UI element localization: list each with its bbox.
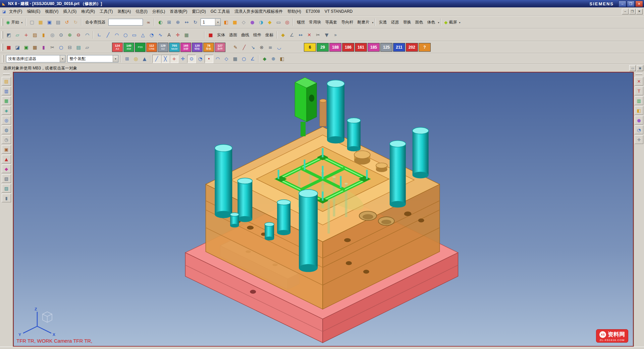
snap-existing-point-icon[interactable]: • bbox=[205, 55, 213, 63]
steel-chip-140-45[interactable]: 140 45# bbox=[123, 43, 134, 52]
toolbar-text-button[interactable]: 等高套 bbox=[323, 18, 339, 26]
datum-csys-icon[interactable]: + bbox=[22, 31, 31, 39]
steel-chip-70s[interactable]: 70S MoW bbox=[169, 43, 180, 52]
redo-icon[interactable]: ↻ bbox=[71, 18, 80, 27]
snap-bounded-grid-icon[interactable]: ▦ bbox=[231, 55, 239, 63]
steel-chip-129-d2[interactable]: 129 D2 bbox=[158, 43, 168, 52]
toolbar-grip[interactable] bbox=[1, 18, 3, 26]
menu-item[interactable]: 工具(T) bbox=[97, 8, 115, 15]
render-spheres-icon[interactable]: ● bbox=[635, 116, 643, 124]
steel-chip-p20[interactable]: P20 bbox=[135, 43, 146, 52]
steel-chip-112-crb[interactable]: 112 CRB bbox=[146, 43, 157, 52]
wcs-icon[interactable]: ⊕ bbox=[269, 55, 278, 63]
solid-body-filter-icon[interactable]: ■ bbox=[206, 31, 215, 39]
selection-type-button[interactable]: 坐标 bbox=[263, 31, 275, 39]
snap-endpoint-icon[interactable]: ╱ bbox=[152, 55, 161, 63]
more-tools-icon[interactable]: » bbox=[331, 31, 340, 39]
pocket-icon[interactable]: ⊟ bbox=[65, 43, 74, 52]
toolbar-text-button[interactable]: 螺丝 bbox=[295, 18, 307, 26]
snap-enable-icon[interactable]: ◆ bbox=[279, 31, 287, 39]
layer-chip-211[interactable]: 211 bbox=[393, 43, 405, 52]
move-object-icon[interactable]: ↔ bbox=[296, 31, 305, 39]
steel-chip-120[interactable]: 120 铸铁 bbox=[192, 43, 203, 52]
guide-pillar[interactable] bbox=[230, 213, 239, 228]
guide-pillar[interactable] bbox=[265, 222, 274, 241]
toolbar-text-button[interactable]: 还原 bbox=[389, 18, 401, 26]
selection-filter-combo[interactable]: 没有选择过滤器 bbox=[6, 55, 65, 62]
rail-grip[interactable] bbox=[636, 73, 642, 75]
edge-blend-icon[interactable]: ◠ bbox=[83, 31, 92, 39]
reuse-library-icon[interactable]: ◈ bbox=[2, 106, 11, 115]
knowledge-fusion-icon[interactable]: ✕ bbox=[635, 77, 643, 86]
layer-chip-125[interactable]: 125 bbox=[380, 43, 392, 52]
studio-render-icon[interactable]: ● bbox=[248, 18, 257, 27]
menu-item[interactable]: 插入(S) bbox=[61, 8, 79, 15]
text-icon[interactable]: A bbox=[165, 31, 173, 39]
guide-pillar[interactable] bbox=[277, 200, 290, 235]
hd3d-tools-icon[interactable]: ◎ bbox=[2, 116, 11, 124]
snap-arc-center-icon[interactable]: ⊙ bbox=[187, 55, 196, 63]
project-curve-icon[interactable]: ↘ bbox=[249, 43, 257, 52]
minimize-button[interactable]: – bbox=[619, 1, 626, 7]
rectangle-icon[interactable]: ▭ bbox=[130, 31, 139, 39]
menu-item[interactable]: ET2008 bbox=[304, 8, 322, 15]
offset-curve-icon[interactable]: ≡ bbox=[266, 43, 275, 52]
process-studio-icon[interactable]: ▣ bbox=[2, 145, 11, 154]
print-icon[interactable]: ▤ bbox=[54, 18, 62, 27]
combo-arrow-icon[interactable] bbox=[60, 55, 65, 62]
help-chip[interactable]: ? bbox=[419, 43, 431, 52]
snapshot-icon[interactable]: ◎ bbox=[283, 18, 291, 27]
save-icon[interactable]: ▣ bbox=[45, 18, 54, 27]
sketch-icon[interactable]: ▨ bbox=[31, 31, 39, 39]
prompt-pin-icon[interactable]: ▭ bbox=[629, 65, 636, 71]
t-builder-icon[interactable]: T bbox=[635, 87, 643, 95]
menu-item[interactable]: 流浪人异乡国度汽模标准件 bbox=[232, 8, 285, 15]
top-selection-icon[interactable]: ▲ bbox=[140, 55, 149, 63]
snap-intersection-icon[interactable]: ✛ bbox=[178, 55, 187, 63]
boolean-unite-icon[interactable]: ⊕ bbox=[65, 31, 74, 39]
workpiece-icon[interactable]: ▣ bbox=[22, 43, 31, 52]
guide-pillar[interactable] bbox=[413, 128, 429, 179]
menu-item[interactable]: 装配(A) bbox=[115, 8, 133, 15]
menu-item[interactable]: 帮助(H) bbox=[285, 8, 304, 15]
filter-icon[interactable]: ▼ bbox=[322, 31, 331, 39]
support-pillar[interactable] bbox=[320, 99, 326, 126]
menu-item[interactable]: GC 工具箱 bbox=[208, 8, 232, 15]
caret-down-icon[interactable] bbox=[437, 20, 439, 24]
toolbar-text-button[interactable]: 替换 bbox=[401, 18, 413, 26]
open-icon[interactable]: ▦ bbox=[36, 18, 45, 27]
snap-point-on-curve-icon[interactable]: ◠ bbox=[213, 55, 222, 63]
color-palette-icon[interactable]: ◧ bbox=[635, 106, 643, 115]
fit-view-icon[interactable]: ⊞ bbox=[165, 18, 173, 27]
highlight-icon[interactable]: ◎ bbox=[131, 55, 140, 63]
ellipse-icon[interactable]: ◔ bbox=[147, 31, 156, 39]
combo-arrow-icon[interactable] bbox=[215, 19, 220, 26]
child-restore-button[interactable]: ❐ bbox=[629, 9, 636, 14]
edit-curve-icon[interactable]: ╱ bbox=[240, 43, 249, 52]
layer-chip-188[interactable]: 188 bbox=[329, 43, 341, 52]
guide-pillar[interactable] bbox=[347, 118, 361, 151]
guide-pillar[interactable] bbox=[299, 190, 318, 272]
revolve-icon[interactable]: ◎ bbox=[48, 31, 57, 39]
edit-sketch-icon[interactable]: ✎ bbox=[231, 43, 240, 52]
history-icon[interactable]: ◷ bbox=[2, 135, 11, 144]
assembly-navigator-icon[interactable]: ▤ bbox=[2, 77, 11, 86]
selection-type-button[interactable]: 曲线 bbox=[239, 31, 251, 39]
guide-pillar[interactable] bbox=[327, 80, 344, 144]
spline-icon[interactable]: ∿ bbox=[156, 31, 165, 39]
bom-icon[interactable]: ▤ bbox=[74, 43, 83, 52]
steel-chip-124-a3[interactable]: 124 A3 bbox=[112, 43, 123, 52]
layer-chip-186[interactable]: 186 bbox=[342, 43, 354, 52]
new-file-icon[interactable]: ▢ bbox=[28, 18, 36, 27]
layer-combo[interactable]: 1 bbox=[201, 18, 221, 26]
pattern-curve-icon[interactable]: ▦ bbox=[182, 31, 191, 39]
roles-icon[interactable]: ◆ bbox=[2, 164, 11, 173]
layer-chip-185[interactable]: 185 bbox=[368, 43, 380, 52]
toolbar-text-button[interactable]: 导向杆 bbox=[339, 18, 355, 26]
menu-item[interactable]: 编辑(E) bbox=[24, 8, 43, 15]
toolbar-grip[interactable] bbox=[2, 55, 4, 62]
line-icon[interactable]: ╱ bbox=[104, 31, 112, 39]
parting-icon[interactable]: ◪ bbox=[13, 43, 22, 52]
start-menu-button[interactable]: ◉ 开始 bbox=[4, 18, 24, 26]
manufacturing-wizard-icon[interactable]: ▲ bbox=[2, 155, 11, 163]
